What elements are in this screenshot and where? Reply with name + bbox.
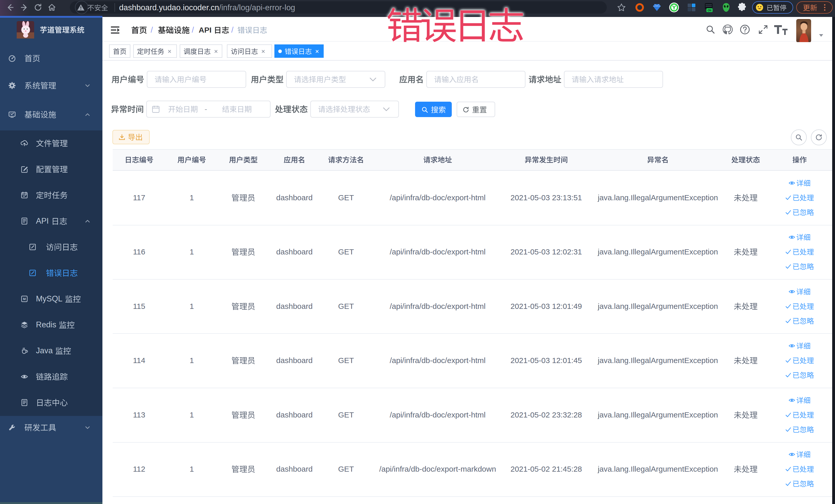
svg-text:ON: ON bbox=[708, 9, 712, 12]
svg-text:M: M bbox=[23, 297, 26, 301]
